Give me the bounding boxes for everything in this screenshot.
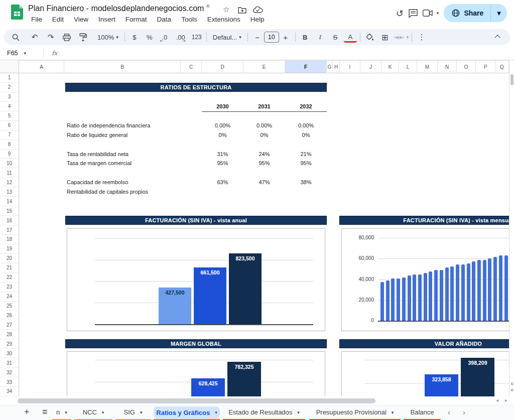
add-sheet-button[interactable]: + [24, 407, 30, 417]
sheet-tab-menu-icon[interactable]: ▾ [392, 410, 394, 415]
menu-tools[interactable]: Tools [177, 15, 201, 24]
row-header-8[interactable]: 8 [0, 140, 19, 150]
fill-color-button[interactable] [363, 31, 376, 44]
row-header-6[interactable]: 6 [0, 121, 19, 130]
row-header-33[interactable]: 33 [0, 377, 19, 387]
share-button[interactable]: Share ▼ [444, 4, 507, 22]
sheet-tab-estado-de-resultados[interactable]: Estado de Resultados▾ [223, 405, 305, 419]
vertical-scrollbar-thumb[interactable] [510, 74, 513, 85]
sheet-tab-menu-icon[interactable]: ▾ [102, 410, 104, 415]
row-header-18[interactable]: 18 [0, 235, 19, 244]
move-to-folder-icon[interactable] [238, 7, 246, 14]
share-button-main[interactable]: Share [444, 4, 491, 22]
row-header-5[interactable]: 5 [0, 111, 19, 121]
merge-cells-button[interactable]: ⇥⇤ ▾ [394, 31, 409, 44]
column-header-F[interactable]: F [285, 60, 327, 73]
sheet-tab-ncc[interactable]: NCC▾ [74, 405, 112, 419]
borders-button[interactable]: ⊞ [378, 31, 392, 44]
redo-button[interactable]: ↷ [44, 31, 57, 44]
sheet-tab-balance[interactable]: Balance [404, 405, 441, 419]
print-button[interactable] [60, 31, 73, 44]
formula-input[interactable] [57, 46, 514, 60]
sheet-tab-presupuesto-provisional[interactable]: Presupuesto Provisional▾ [309, 405, 401, 419]
row-header-32[interactable]: 32 [0, 368, 19, 377]
horizontal-scrollbar-thumb[interactable] [18, 398, 375, 403]
sheets-logo-icon[interactable] [11, 5, 23, 20]
column-header-G[interactable]: G [327, 60, 333, 73]
column-header-E[interactable]: E [243, 60, 285, 73]
name-box[interactable]: F65 ▾ [0, 50, 43, 57]
italic-button[interactable]: I [314, 31, 327, 44]
scroll-down-icon[interactable]: ▼ [509, 388, 514, 392]
vertical-scrollbar[interactable]: ▲ ▼ [509, 60, 514, 396]
horizontal-scrollbar[interactable]: ◂ ▸ [0, 396, 514, 405]
cloud-saved-icon[interactable] [253, 7, 263, 14]
column-header-J[interactable]: J [360, 60, 381, 73]
column-header-Q[interactable]: Q [495, 60, 509, 73]
row-header-9[interactable]: 9 [0, 150, 19, 159]
increase-decimals-button[interactable]: .00 → [174, 31, 187, 44]
column-header-M[interactable]: M [417, 60, 438, 73]
row-header-22[interactable]: 22 [0, 273, 19, 283]
sheet-tab-ratios-y-gráficos[interactable]: Ratios y Gráficos▾ [154, 406, 220, 418]
column-header-H[interactable]: H [333, 60, 340, 73]
row-header-7[interactable]: 7 [0, 130, 19, 140]
meet-button[interactable]: ▾ [423, 10, 439, 17]
row-header-26[interactable]: 26 [0, 311, 19, 321]
menu-format[interactable]: Format [121, 15, 151, 24]
tab-scroll-right-icon[interactable]: › [463, 408, 465, 416]
row-header-16[interactable]: 16 [0, 216, 19, 225]
format-currency-button[interactable]: $ [128, 31, 141, 44]
row-header-27[interactable]: 27 [0, 320, 19, 330]
row-header-14[interactable]: 14 [0, 197, 19, 206]
tab-scroll-left-icon[interactable]: ‹ [448, 408, 450, 416]
increase-font-size-button[interactable]: + [279, 31, 292, 44]
row-header-29[interactable]: 29 [0, 339, 19, 349]
row-header-23[interactable]: 23 [0, 283, 19, 292]
bold-button[interactable]: B [299, 31, 312, 44]
menu-extensions[interactable]: Extensions [203, 15, 244, 24]
sheet-tab-menu-icon[interactable]: ▾ [140, 410, 143, 415]
sheet-tab-menu-icon[interactable]: ▾ [297, 410, 300, 415]
comments-icon[interactable] [409, 9, 418, 18]
strikethrough-button[interactable]: S [329, 31, 342, 44]
row-header-3[interactable]: 3 [0, 92, 19, 102]
column-header-A[interactable]: A [19, 60, 64, 73]
column-header-P[interactable]: P [476, 60, 495, 73]
row-header-10[interactable]: 10 [0, 159, 19, 168]
column-header-L[interactable]: L [399, 60, 417, 73]
row-header-17[interactable]: 17 [0, 225, 19, 235]
menu-file[interactable]: File [27, 15, 46, 24]
scroll-left-icon[interactable]: ◂ [496, 397, 498, 403]
column-header-K[interactable]: K [381, 60, 399, 73]
more-formats-button[interactable]: 123 [190, 31, 203, 44]
column-header-D[interactable]: D [202, 60, 243, 73]
paint-format-button[interactable] [76, 31, 89, 44]
menu-help[interactable]: Help [246, 15, 269, 24]
column-header-O[interactable]: O [457, 60, 476, 73]
row-header-2[interactable]: 2 [0, 83, 19, 92]
star-icon[interactable]: ☆ [223, 5, 229, 14]
menu-view[interactable]: View [70, 15, 92, 24]
row-header-15[interactable]: 15 [0, 206, 19, 216]
text-color-button[interactable]: A [344, 33, 357, 43]
row-header-20[interactable]: 20 [0, 254, 19, 263]
row-header-11[interactable]: 11 [0, 168, 19, 178]
decrease-decimals-button[interactable]: .0 ← [158, 31, 171, 44]
row-header-13[interactable]: 13 [0, 187, 19, 197]
column-header-I[interactable]: I [340, 60, 360, 73]
zoom-select[interactable]: 100% ▾ [94, 31, 121, 44]
row-header-19[interactable]: 19 [0, 244, 19, 254]
toolbar-more-button[interactable]: ⋮ [415, 31, 428, 44]
search-menus-button[interactable] [9, 31, 22, 44]
row-header-28[interactable]: 28 [0, 330, 19, 339]
sheet-tab-menu-icon[interactable]: ▾ [65, 410, 67, 415]
version-history-icon[interactable]: ↺ [396, 8, 404, 19]
row-header-12[interactable]: 12 [0, 178, 19, 187]
format-percent-button[interactable]: % [143, 31, 156, 44]
decrease-font-size-button[interactable]: − [251, 31, 264, 44]
row-header-21[interactable]: 21 [0, 263, 19, 273]
menu-insert[interactable]: Insert [94, 15, 119, 24]
menu-edit[interactable]: Edit [48, 15, 68, 24]
font-select[interactable]: Defaul... ▾ [210, 31, 244, 44]
